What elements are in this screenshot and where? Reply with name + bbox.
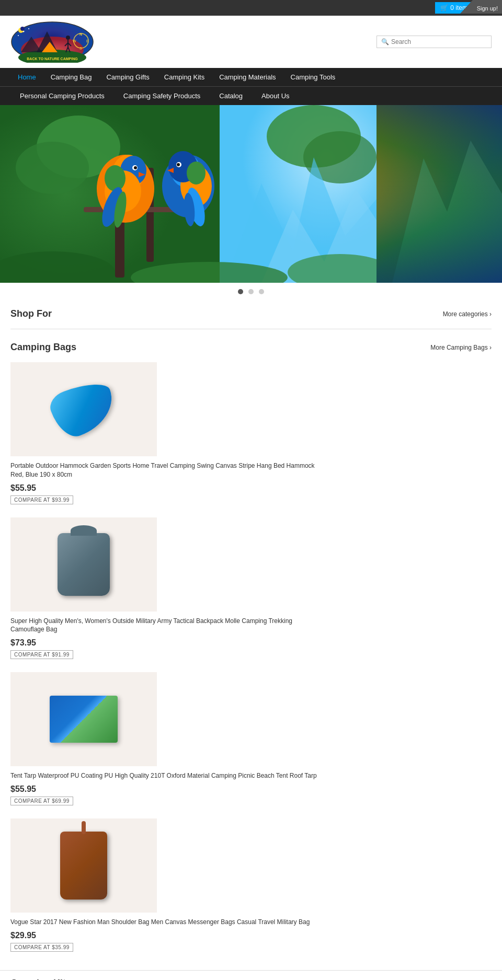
camping-bags-title: Camping Bags [10,342,76,353]
svg-point-40 [134,166,137,169]
product-price-tarp: $55.95 [10,785,492,794]
svg-text:W: W [73,39,76,43]
tarp-image [50,696,118,743]
logo-svg: N E S W BACK TO NATURE CAMPING [10,21,94,63]
primary-nav: Home Camping Bag Camping Gifts Camping K… [0,68,502,86]
shop-for-title: Shop For [10,308,52,319]
product-name-backpack: Super High Quality Men's, Women's Outsid… [10,617,324,635]
cart-icon: 🛒 [440,4,448,11]
nav-item-home[interactable]: Home [10,68,43,86]
product-name-hammock: Portable Outdoor Hammock Garden Sports H… [10,462,324,479]
shop-for-header: Shop For More categories › [0,301,502,324]
nav-item-camping-safety[interactable]: Camping Safety Products [114,87,210,105]
camping-bags-more[interactable]: More Camping Bags › [430,344,492,351]
nav-item-camping-bag[interactable]: Camping Bag [43,68,99,86]
secondary-nav: Personal Camping Products Camping Safety… [0,86,502,105]
carousel-dot-1[interactable] [238,289,243,294]
compare-badge-shoulder-bag: COMPARE AT $35.99 [10,943,73,952]
svg-point-48 [187,162,206,185]
svg-text:S: S [79,47,82,50]
svg-point-8 [18,35,19,36]
compare-badge-backpack: COMPARE AT $91.99 [10,650,73,659]
nav-item-camping-tools[interactable]: Camping Tools [283,68,343,86]
shop-for-more[interactable]: More categories › [443,310,492,318]
carousel-dots [0,283,502,301]
svg-text:BACK TO NATURE CAMPING: BACK TO NATURE CAMPING [27,57,78,61]
svg-text:N: N [79,32,82,36]
svg-point-50 [177,163,180,166]
compare-badge-tarp: COMPARE AT $69.99 [10,797,73,805]
camping-bags-header: Camping Bags More Camping Bags › [0,335,502,357]
svg-point-38 [105,165,126,191]
search-input[interactable] [391,38,487,45]
nav-item-camping-gifts[interactable]: Camping Gifts [99,68,156,86]
product-price-backpack: $73.95 [10,638,492,648]
nav-item-about-us[interactable]: About Us [252,87,299,105]
svg-point-28 [16,142,89,194]
shoulder-bag-image [60,832,107,900]
hammock-image [46,376,121,442]
svg-text:E: E [86,39,89,43]
backpack-image [58,533,110,596]
camping-kits-title: Camping Kits [10,978,71,980]
product-item-backpack: Super High Quality Men's, Women's Outsid… [0,512,502,667]
search-box[interactable]: 🔍 [376,36,492,48]
product-price-hammock: $55.95 [10,483,492,493]
product-image-tarp[interactable] [10,672,157,766]
product-image-hammock[interactable] [10,362,157,456]
product-item-shoulder-bag: Vogue Star 2017 New Fashion Man Shoulder… [0,813,502,960]
product-item-tarp: Tent Tarp Waterproof PU Coating PU High … [0,667,502,813]
product-image-shoulder-bag[interactable] [10,818,157,913]
divider-1 [10,329,492,329]
compare-badge-hammock: COMPARE AT $93.99 [10,495,73,504]
product-name-shoulder-bag: Vogue Star 2017 New Fashion Man Shoulder… [10,918,324,927]
top-bar: 🛒 0 items · $0.00 Sign up! [0,0,502,16]
nav-item-camping-materials[interactable]: Camping Materials [212,68,283,86]
nav-item-camping-kits[interactable]: Camping Kits [157,68,212,86]
product-image-backpack[interactable] [10,517,157,612]
carousel-dot-3[interactable] [259,289,264,294]
svg-point-10 [20,27,25,31]
hero-carousel [0,105,502,283]
hero-image [0,105,376,283]
product-item-hammock: Portable Outdoor Hammock Garden Sports H… [0,357,502,512]
camping-kits-section: Camping Kits More Camping Kits › [0,970,502,980]
svg-point-11 [66,36,70,40]
logo-area: N E S W BACK TO NATURE CAMPING [10,21,94,63]
signup-label: Sign up! [477,5,498,11]
nav-item-catalog[interactable]: Catalog [210,87,252,105]
header: N E S W BACK TO NATURE CAMPING 🔍 [0,16,502,68]
logo[interactable]: N E S W BACK TO NATURE CAMPING [10,21,94,63]
product-name-tarp: Tent Tarp Waterproof PU Coating PU High … [10,771,324,780]
svg-point-7 [28,28,29,29]
carousel-dot-2[interactable] [248,289,254,294]
nav-item-personal-camping[interactable]: Personal Camping Products [10,87,114,105]
camping-kits-header: Camping Kits More Camping Kits › [10,978,492,980]
product-price-shoulder-bag: $29.95 [10,931,492,940]
search-icon: 🔍 [381,38,389,45]
